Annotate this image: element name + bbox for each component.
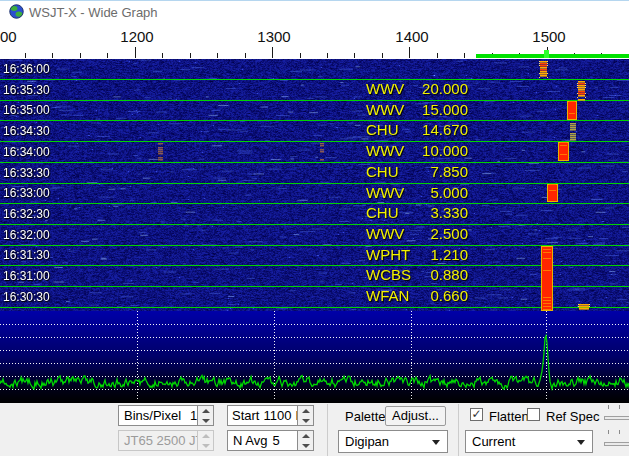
waterfall-timestamp: 16:35:00 <box>3 104 50 116</box>
station-callsign: WWV <box>366 227 404 241</box>
bins-per-pixel-field[interactable]: Bins/Pixel 1 <box>118 405 198 426</box>
station-frequency-mhz: 14.670 <box>422 123 468 137</box>
station-frequency-mhz: 0.660 <box>430 289 468 303</box>
jt65-jt9-split-spinner <box>198 430 214 451</box>
waterfall-timestamp: 16:32:00 <box>3 229 50 241</box>
scale-tick <box>162 53 163 58</box>
up-arrow-icon <box>202 409 210 413</box>
zero-slider-tick <box>608 430 609 434</box>
flatten-label: Flatten <box>489 409 529 424</box>
spin-up-button[interactable] <box>298 406 313 416</box>
n-avg-field[interactable]: N Avg 5 <box>227 430 298 451</box>
spectrum-panel <box>0 311 629 403</box>
waterfall: 16:36:0016:35:3016:35:0016:34:3016:34:00… <box>0 59 629 311</box>
gain-slider-tick <box>608 405 609 409</box>
separator <box>458 404 459 456</box>
down-arrow-icon <box>302 444 310 448</box>
start-hz-field[interactable]: Start 1100 Hz <box>227 405 298 426</box>
waterfall-timestamp: 16:35:30 <box>3 84 50 96</box>
scale-label: 1200 <box>120 28 153 45</box>
scale-tick <box>190 53 191 58</box>
start-hz-spinbox[interactable]: Start 1100 Hz <box>227 405 314 426</box>
frequency-scale[interactable]: 001200130014001500 <box>0 23 629 59</box>
up-arrow-icon <box>302 409 310 413</box>
spin-up-button <box>198 431 213 441</box>
scale-tick <box>217 53 218 58</box>
station-label: WCBS0.880 <box>366 268 468 282</box>
station-label: WWV5.000 <box>366 186 468 200</box>
scale-tick <box>25 53 26 58</box>
scale-tick <box>409 47 410 58</box>
station-callsign: WWV <box>366 82 404 96</box>
scale-tick <box>464 53 465 58</box>
up-arrow-icon <box>202 434 210 438</box>
waterfall-timestamp: 16:31:00 <box>3 270 50 282</box>
spin-up-button[interactable] <box>198 406 213 416</box>
dropdown-arrow-icon <box>577 440 585 445</box>
waterfall-timestamp: 16:36:00 <box>3 63 50 75</box>
station-label: CHU14.670 <box>366 123 468 137</box>
spin-down-button[interactable] <box>198 416 213 426</box>
bins-per-pixel-spinner[interactable] <box>198 405 214 426</box>
station-callsign: WCBS <box>366 268 411 282</box>
station-label: CHU3.330 <box>366 206 468 220</box>
down-arrow-icon <box>202 444 210 448</box>
station-frequency-mhz: 10.000 <box>422 144 468 158</box>
station-callsign: CHU <box>366 123 399 137</box>
wide-graph-window: WSJT-X - Wide Graph 001200130014001500 1… <box>0 0 629 456</box>
separator <box>327 404 328 456</box>
station-frequency-mhz: 2.500 <box>430 227 468 241</box>
bins-per-pixel-prefix: Bins/Pixel <box>124 408 181 423</box>
start-hz-spinner[interactable] <box>298 405 314 426</box>
jt65-jt9-split-spinbox: JT65 2500 JT9 <box>118 430 214 451</box>
zero-slider-tick <box>619 430 620 434</box>
station-label: WPHT1.210 <box>366 248 468 262</box>
spin-down-button[interactable] <box>298 416 313 426</box>
scale-label: 00 <box>0 28 17 45</box>
palette-combobox[interactable]: Digipan <box>338 430 448 453</box>
gain-slider[interactable] <box>604 416 629 420</box>
start-hz-value: 1100 <box>263 408 291 423</box>
scale-tick <box>52 53 53 58</box>
station-label: WFAN0.660 <box>366 289 468 303</box>
scale-tick <box>245 53 246 58</box>
spin-up-button[interactable] <box>298 431 313 441</box>
wsjtx-globe-icon <box>9 4 24 19</box>
palette-label: Palette <box>345 409 385 424</box>
n-avg-spinner[interactable] <box>298 430 314 451</box>
waterfall-timestamp: 16:31:30 <box>3 249 50 261</box>
palette-adjust-button[interactable]: Adjust... <box>385 406 446 426</box>
station-callsign: WWV <box>366 144 404 158</box>
n-avg-spinbox[interactable]: N Avg 5 <box>227 430 314 451</box>
station-callsign: WWV <box>366 186 404 200</box>
down-arrow-icon <box>302 419 310 423</box>
waterfall-timestamp: 16:34:30 <box>3 125 50 137</box>
flatten-checkbox[interactable]: ✓ <box>470 408 483 421</box>
jt65-jt9-split-field: JT65 2500 JT9 <box>118 430 198 451</box>
title-bar[interactable]: WSJT-X - Wide Graph <box>0 1 629 23</box>
gain-slider-tick <box>619 405 620 409</box>
spectrum-type-selected-value: Current <box>472 434 515 449</box>
spin-down-button[interactable] <box>298 441 313 451</box>
station-label: WWV15.000 <box>366 103 468 117</box>
waterfall-timestamp: 16:32:30 <box>3 208 50 220</box>
station-callsign: WWV <box>366 103 404 117</box>
station-callsign: WFAN <box>366 289 409 303</box>
spectrum-type-combobox[interactable]: Current <box>465 430 593 453</box>
station-frequency-mhz: 20.000 <box>422 82 468 96</box>
station-label: WWV2.500 <box>366 227 468 241</box>
scale-tick <box>437 53 438 58</box>
spectrum-canvas[interactable] <box>0 311 629 403</box>
bins-per-pixel-spinbox[interactable]: Bins/Pixel 1 <box>118 405 214 426</box>
waterfall-canvas[interactable] <box>0 59 629 311</box>
scale-tick <box>80 53 81 58</box>
scale-label: 1300 <box>257 28 290 45</box>
scale-tick <box>135 47 136 58</box>
zero-slider[interactable] <box>604 442 629 446</box>
scale-tick <box>382 53 383 58</box>
station-label: WWV20.000 <box>366 82 468 96</box>
waterfall-timestamp: 16:34:00 <box>3 146 50 158</box>
ref-spec-checkbox[interactable] <box>527 408 540 421</box>
window-title: WSJT-X - Wide Graph <box>29 5 158 20</box>
bins-per-pixel-value: 1 <box>190 408 197 423</box>
